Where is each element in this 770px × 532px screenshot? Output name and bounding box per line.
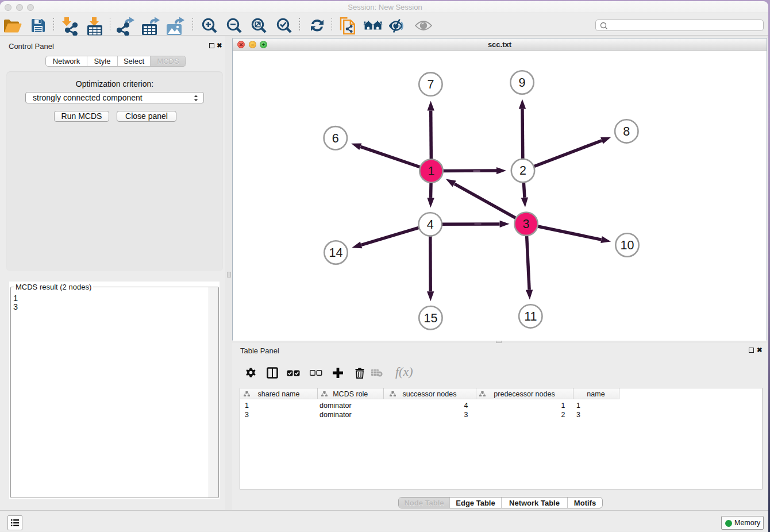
svg-text:4: 4 — [427, 218, 434, 232]
svg-text:7: 7 — [427, 78, 434, 91]
svg-text:3: 3 — [523, 217, 530, 231]
svg-text:8: 8 — [623, 125, 630, 138]
svg-text:9: 9 — [519, 76, 526, 90]
svg-text:2: 2 — [519, 164, 526, 178]
svg-text:15: 15 — [424, 311, 437, 325]
svg-text:11: 11 — [524, 310, 537, 323]
svg-text:14: 14 — [329, 246, 343, 260]
svg-text:6: 6 — [332, 132, 339, 145]
svg-text:1: 1 — [428, 164, 435, 178]
svg-text:10: 10 — [621, 238, 634, 252]
